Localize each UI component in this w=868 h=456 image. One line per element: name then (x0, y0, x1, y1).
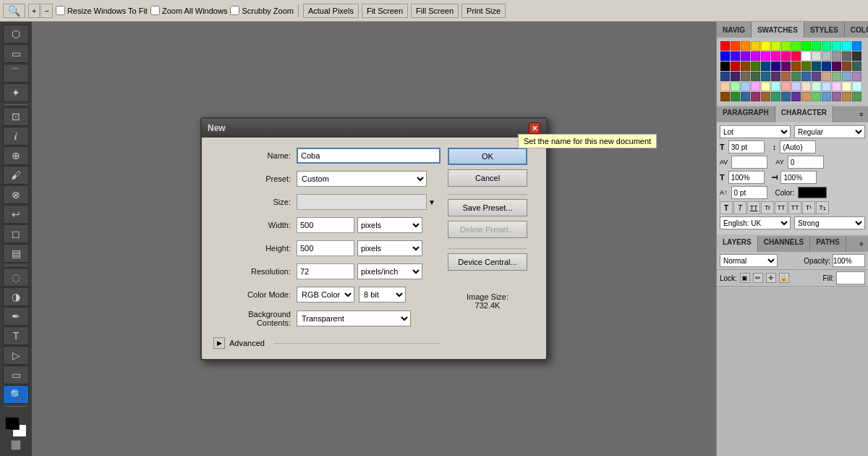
color-swatch[interactable] (842, 82, 851, 91)
color-swatch[interactable] (771, 51, 780, 61)
color-swatch[interactable] (781, 92, 791, 101)
color-swatch[interactable] (761, 92, 770, 101)
font-family-select[interactable]: Lot (720, 125, 791, 138)
color-swatch[interactable] (852, 82, 861, 91)
color-swatch[interactable] (771, 82, 780, 91)
history-tool[interactable]: ↩ (3, 205, 29, 224)
tracking-input[interactable] (731, 156, 767, 169)
color-swatch[interactable] (731, 92, 740, 101)
color-swatch[interactable] (852, 51, 861, 61)
tab-paragraph[interactable]: PARAGRAPH (717, 106, 775, 122)
scale-v-input[interactable] (780, 171, 817, 184)
color-swatch[interactable] (812, 41, 821, 51)
color-swatch[interactable] (791, 82, 801, 91)
zoom-tool[interactable]: 🔍 (3, 385, 29, 404)
cancel-btn[interactable]: Cancel (448, 169, 527, 187)
color-swatch[interactable] (812, 92, 821, 101)
color-swatch[interactable] (741, 92, 750, 101)
color-swatch[interactable] (822, 62, 831, 71)
height-input[interactable] (297, 240, 354, 256)
color-swatch[interactable] (822, 82, 831, 91)
name-input[interactable] (297, 148, 441, 164)
color-swatch[interactable] (751, 41, 760, 51)
advanced-toggle-btn[interactable]: ▶ (213, 337, 225, 349)
color-swatch[interactable] (791, 72, 801, 81)
color-swatch[interactable] (771, 41, 780, 51)
resolution-input[interactable] (297, 263, 354, 279)
color-mode-select[interactable]: Bitmap Grayscale RGB Color CMYK Color La… (297, 287, 354, 303)
color-swatch[interactable] (761, 62, 770, 71)
color-swatch[interactable] (720, 92, 730, 101)
eyedropper-tool[interactable]: 𝒊 (3, 127, 29, 145)
strikethrough-btn[interactable]: Tr (761, 201, 774, 214)
color-swatch[interactable] (751, 72, 760, 81)
char-color-swatch[interactable] (798, 187, 827, 198)
color-swatch[interactable] (741, 62, 750, 71)
zoom-all-checkbox[interactable] (150, 6, 160, 15)
resize-windows-checkbox[interactable] (56, 6, 65, 15)
color-swatch[interactable] (761, 82, 770, 91)
color-swatch[interactable] (801, 92, 811, 101)
size-dropdown-icon[interactable]: ▼ (428, 198, 435, 206)
font-style-select[interactable]: Regular (794, 125, 865, 138)
color-swatch[interactable] (771, 62, 780, 71)
color-swatch[interactable] (842, 92, 851, 101)
color-swatch[interactable] (852, 62, 861, 71)
fill-screen-btn[interactable]: Fill Screen (411, 4, 459, 18)
color-swatch[interactable] (731, 72, 740, 81)
color-swatch[interactable] (812, 62, 821, 71)
fg-bg-colors[interactable] (5, 417, 27, 437)
color-swatch[interactable] (761, 41, 770, 51)
color-swatch[interactable] (832, 92, 841, 101)
kerning-input[interactable] (788, 156, 824, 169)
color-swatch[interactable] (842, 51, 851, 61)
language-select[interactable]: English: UK (720, 216, 791, 229)
color-swatch[interactable] (731, 82, 740, 91)
modal-close-btn[interactable]: ✕ (529, 122, 540, 134)
color-swatch[interactable] (822, 51, 831, 61)
device-central-btn[interactable]: Device Central... (448, 253, 527, 271)
color-swatch[interactable] (781, 41, 791, 51)
color-swatch[interactable] (801, 72, 811, 81)
color-swatch[interactable] (751, 92, 760, 101)
blur-tool[interactable]: ◌ (3, 268, 29, 287)
bit-depth-select[interactable]: 8 bit 16 bit 32 bit (359, 287, 406, 303)
superscript-btn[interactable]: T¹ (802, 201, 815, 214)
clone-tool[interactable]: ⊗ (3, 185, 29, 204)
color-swatch[interactable] (832, 51, 841, 61)
tab-swatches[interactable]: SWATCHES (752, 22, 804, 38)
color-swatch[interactable] (720, 41, 730, 51)
blend-mode-select[interactable]: Normal (720, 254, 778, 267)
color-swatch[interactable] (791, 92, 801, 101)
bold-btn[interactable]: T (720, 201, 733, 214)
color-swatch[interactable] (731, 41, 740, 51)
lock-all-btn[interactable]: 🔒 (779, 273, 789, 283)
color-swatch[interactable] (791, 51, 801, 61)
italic-btn[interactable]: T (733, 201, 746, 214)
resolution-unit-select[interactable]: pixels/inch pixels/cm (357, 263, 422, 279)
color-swatch[interactable] (731, 51, 740, 61)
pen-tool[interactable]: ✒ (3, 307, 29, 326)
tab-character[interactable]: CHARACTER (775, 106, 833, 122)
subscript-btn[interactable]: T₁ (816, 201, 829, 214)
color-swatch[interactable] (801, 51, 811, 61)
color-swatch[interactable] (720, 82, 730, 91)
zoom-out-small-btn[interactable]: − (41, 4, 52, 18)
color-swatch[interactable] (781, 62, 791, 71)
ok-btn[interactable]: OK (448, 148, 527, 165)
magic-wand-tool[interactable]: ✦ (3, 83, 29, 102)
color-swatch[interactable] (822, 41, 831, 51)
fill-input[interactable] (836, 271, 865, 284)
color-swatch[interactable] (720, 62, 730, 71)
anti-alias-select[interactable]: Strong Smooth Crisp Sharp (794, 216, 865, 229)
color-swatch[interactable] (822, 92, 831, 101)
crop-tool[interactable]: ⊡ (3, 107, 29, 126)
lock-transparency-btn[interactable]: ▣ (740, 273, 750, 283)
baseline-input[interactable] (731, 186, 767, 199)
color-swatch[interactable] (832, 72, 841, 81)
text-tool[interactable]: T (3, 326, 29, 345)
color-swatch[interactable] (781, 72, 791, 81)
height-unit-select[interactable]: pixels inches cm (357, 240, 422, 256)
allcaps-btn[interactable]: TT (775, 201, 788, 214)
actual-pixels-btn[interactable]: Actual Pixels (303, 4, 359, 18)
